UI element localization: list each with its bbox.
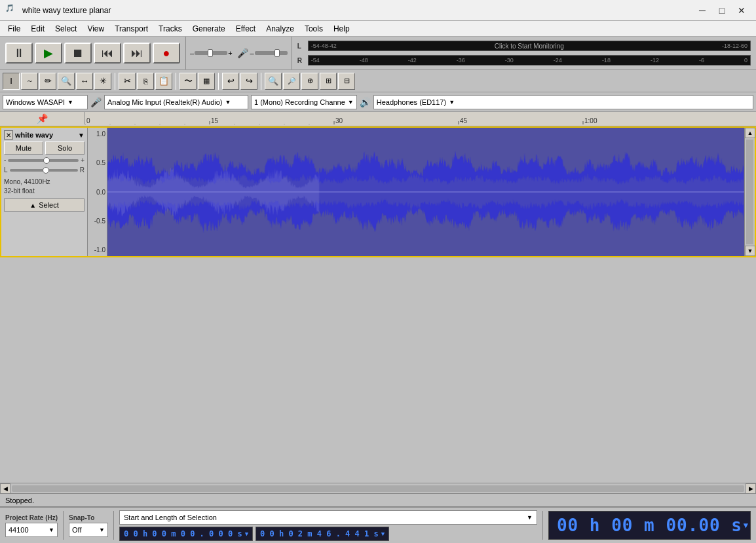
menu-bar: File Edit Select View Transport Tracks G… bbox=[0, 21, 756, 37]
selection-dropdown[interactable]: Start and Length of Selection ▼ bbox=[119, 510, 537, 525]
menu-select[interactable]: Select bbox=[50, 21, 82, 36]
horizontal-scrollbar: ◀ ▶ bbox=[0, 483, 756, 493]
menu-analyze[interactable]: Analyze bbox=[261, 21, 299, 36]
copy-btn[interactable]: ⎘ bbox=[137, 73, 154, 90]
click-to-monitor-text[interactable]: Click to Start Monitoring bbox=[337, 43, 722, 50]
selection-dropdown-arrow: ▼ bbox=[527, 514, 533, 521]
close-button[interactable]: ✕ bbox=[732, 3, 751, 18]
play-button[interactable]: ▶ bbox=[35, 43, 62, 64]
audio-host-arrow: ▼ bbox=[67, 99, 73, 105]
scroll-right-button[interactable]: ▶ bbox=[746, 483, 756, 494]
scroll-down-button[interactable]: ▼ bbox=[745, 246, 755, 256]
paste-btn[interactable]: 📋 bbox=[155, 73, 172, 90]
select-button[interactable]: ▲ Select bbox=[4, 198, 85, 212]
zoom-out-btn[interactable]: 🔎 bbox=[283, 73, 300, 90]
track-collapse-icon[interactable]: ▼ bbox=[78, 132, 85, 139]
spectrogram-btn[interactable]: ▦ bbox=[198, 73, 215, 90]
record-button[interactable]: ● bbox=[153, 43, 180, 64]
time-display: 00 h 00 m 00.00 s ▼ bbox=[548, 511, 751, 540]
menu-help[interactable]: Help bbox=[328, 21, 355, 36]
menu-edit[interactable]: Edit bbox=[26, 21, 50, 36]
waveform-display[interactable] bbox=[107, 128, 744, 256]
zoom-in-btn[interactable]: 🔍 bbox=[265, 73, 282, 90]
audio-output-select[interactable]: Headphones (ED117) ▼ bbox=[373, 95, 753, 109]
multitool-btn[interactable]: ✳ bbox=[94, 73, 111, 90]
audio-host-value: Windows WASAPI bbox=[6, 98, 65, 106]
timeline-ruler[interactable]: 📌 0 15 30 45 1:00 bbox=[0, 112, 756, 126]
minimize-button[interactable]: ─ bbox=[693, 3, 711, 18]
undo-btn[interactable]: ↩ bbox=[222, 73, 239, 90]
audio-output-value: Headphones (ED117) bbox=[377, 98, 446, 106]
pan-slider-track[interactable] bbox=[10, 169, 78, 172]
title-bar: 🎵 white wavy texture planar ─ □ ✕ bbox=[0, 0, 756, 21]
channels-select[interactable]: 1 (Mono) Recording Channe ▼ bbox=[251, 95, 357, 109]
project-rate-select[interactable]: 44100 ▼ bbox=[5, 523, 58, 537]
zoom-in-view-btn[interactable]: 🔍 bbox=[58, 73, 75, 90]
menu-generate[interactable]: Generate bbox=[187, 21, 231, 36]
time-display-arrow[interactable]: ▼ bbox=[744, 521, 749, 530]
solo-button[interactable]: Solo bbox=[45, 141, 85, 155]
gain-slider-thumb[interactable] bbox=[43, 157, 50, 164]
menu-transport[interactable]: Transport bbox=[109, 21, 153, 36]
recording-volume-thumb[interactable] bbox=[274, 49, 280, 57]
bottom-bar: Project Rate (Hz) 44100 ▼ Snap-To Off ▼ … bbox=[0, 506, 756, 543]
menu-file[interactable]: File bbox=[3, 21, 26, 36]
mic-vol-down-icon: – bbox=[250, 49, 254, 57]
snap-to-section: Snap-To Off ▼ bbox=[69, 514, 108, 537]
pan-slider-thumb[interactable] bbox=[43, 167, 49, 174]
selection-start-input[interactable]: 0 0 h 0 0 m 0 0 . 0 0 0 s ▼ bbox=[119, 527, 253, 541]
pan-right-label: R bbox=[80, 166, 85, 174]
waveform-view-btn[interactable]: 〜 bbox=[180, 73, 197, 90]
gain-slider-track[interactable] bbox=[8, 159, 79, 162]
selection-section: Start and Length of Selection ▼ 0 0 h 0 … bbox=[119, 510, 537, 541]
start-input-arrow[interactable]: ▼ bbox=[245, 531, 248, 537]
menu-tools[interactable]: Tools bbox=[299, 21, 328, 36]
audio-input-value: Analog Mic Input (Realtek(R) Audio) bbox=[107, 98, 222, 106]
selection-tool-btn[interactable]: I bbox=[3, 73, 20, 90]
divider2 bbox=[113, 511, 114, 540]
svg-text:15: 15 bbox=[211, 117, 219, 124]
pause-button[interactable]: ⏸ bbox=[5, 43, 33, 64]
zoom-fit-btn[interactable]: ⊞ bbox=[320, 73, 337, 90]
horizontal-scroll-thumb[interactable] bbox=[12, 485, 744, 492]
menu-tracks[interactable]: Tracks bbox=[153, 21, 187, 36]
scroll-left-button[interactable]: ◀ bbox=[0, 483, 10, 494]
trim-btn[interactable]: ✂ bbox=[119, 73, 136, 90]
envelope-tool-btn[interactable]: ～ bbox=[21, 73, 38, 90]
window-title: white wavy texture planar bbox=[22, 6, 693, 15]
audio-input-select[interactable]: Analog Mic Input (Realtek(R) Audio) ▼ bbox=[104, 95, 248, 109]
mute-button[interactable]: Mute bbox=[4, 141, 43, 155]
gain-minus-label: - bbox=[4, 157, 6, 164]
vertical-scroll-thumb[interactable] bbox=[746, 140, 753, 244]
vertical-scrollbar[interactable]: ▲ ▼ bbox=[744, 128, 755, 256]
track-close-button[interactable]: ✕ bbox=[4, 130, 13, 140]
timeshift-tool-btn[interactable]: ↔ bbox=[76, 73, 93, 90]
scroll-up-button[interactable]: ▲ bbox=[745, 128, 755, 138]
audio-input-arrow: ▼ bbox=[225, 99, 231, 105]
track-info: Mono, 44100Hz 32-bit float bbox=[4, 178, 85, 196]
playback-volume-thumb[interactable] bbox=[208, 49, 213, 57]
svg-text:0: 0 bbox=[86, 117, 90, 124]
length-input-arrow[interactable]: ▼ bbox=[381, 531, 385, 537]
volume-up-icon: + bbox=[228, 49, 232, 57]
svg-text:45: 45 bbox=[460, 117, 468, 124]
zoom-fit-v-btn[interactable]: ⊟ bbox=[338, 73, 355, 90]
menu-view[interactable]: View bbox=[82, 21, 109, 36]
selection-label: Start and Length of Selection bbox=[124, 514, 217, 521]
pin-icon[interactable]: 📌 bbox=[37, 113, 48, 124]
transport-vu-section: ⏸ ▶ ⏹ ⏮ ⏭ ● – + 🎤 – L -54 bbox=[0, 37, 756, 70]
skip-back-button[interactable]: ⏮ bbox=[94, 43, 121, 64]
selection-length-input[interactable]: 0 0 h 0 2 m 4 6 . 4 4 1 s ▼ bbox=[255, 527, 389, 541]
zoom-sel-btn[interactable]: ⊕ bbox=[301, 73, 318, 90]
audio-host-select[interactable]: Windows WASAPI ▼ bbox=[3, 95, 88, 109]
maximize-button[interactable]: □ bbox=[713, 3, 731, 18]
redo-btn[interactable]: ↪ bbox=[240, 73, 257, 90]
menu-effect[interactable]: Effect bbox=[231, 21, 261, 36]
stop-button[interactable]: ⏹ bbox=[64, 43, 92, 64]
snap-to-select[interactable]: Off ▼ bbox=[69, 523, 108, 537]
separator2 bbox=[176, 73, 176, 90]
channels-value: 1 (Mono) Recording Channe bbox=[254, 98, 345, 106]
draw-tool-btn[interactable]: ✏ bbox=[39, 73, 56, 90]
skip-forward-button[interactable]: ⏭ bbox=[123, 43, 151, 64]
channels-arrow: ▼ bbox=[348, 99, 354, 105]
